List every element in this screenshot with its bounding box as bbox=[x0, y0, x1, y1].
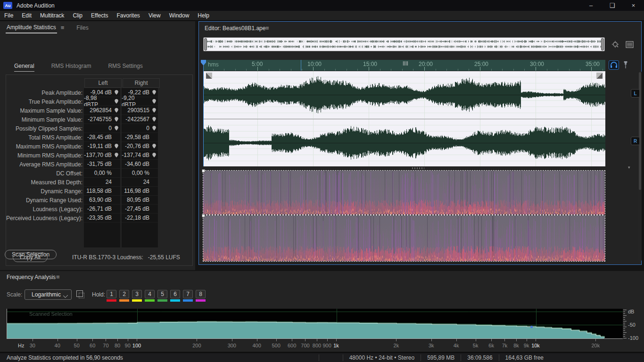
close-button[interactable]: × bbox=[623, 0, 644, 11]
pin-marker-icon[interactable] bbox=[115, 126, 118, 131]
x-axis-label: 300 bbox=[228, 343, 236, 348]
menu-clip[interactable]: Clip bbox=[68, 11, 87, 20]
tab-files[interactable]: Files bbox=[76, 25, 88, 31]
maximize-button[interactable]: ❑ bbox=[602, 0, 623, 11]
menu-file[interactable]: File bbox=[0, 11, 17, 20]
hold-button-5-face[interactable]: 5 bbox=[157, 290, 167, 298]
hold-button-8-face[interactable]: 8 bbox=[196, 290, 206, 298]
menu-view[interactable]: View bbox=[144, 11, 165, 20]
selection-handle[interactable] bbox=[202, 169, 205, 173]
pin-marker-icon[interactable] bbox=[115, 90, 118, 95]
editor-panel-menu-icon[interactable]: ≡ bbox=[265, 25, 269, 32]
right-channel-button[interactable]: R bbox=[631, 137, 640, 145]
headphones-icon[interactable] bbox=[609, 60, 619, 70]
display-settings-icon[interactable] bbox=[626, 41, 634, 48]
pin-marker-icon[interactable] bbox=[152, 144, 156, 148]
y-axis-label: -50 bbox=[628, 322, 636, 328]
audition-app-icon: Au bbox=[3, 2, 12, 9]
frequency-plot[interactable] bbox=[7, 309, 623, 339]
itu-loudness-value: ITU-R BS.1770-3 Loudness: -25,55 LUFS bbox=[72, 254, 180, 261]
stat-value-cell: -34,60 dB bbox=[122, 160, 158, 169]
hold-button-6-face[interactable]: 6 bbox=[170, 290, 180, 298]
waveform-display[interactable] bbox=[203, 71, 605, 166]
pin-marker-icon[interactable] bbox=[152, 90, 156, 95]
column-header-right: Right bbox=[123, 78, 160, 88]
overview-waveform[interactable] bbox=[204, 38, 604, 51]
menu-effects[interactable]: Effects bbox=[87, 11, 112, 20]
timeline-tick bbox=[458, 69, 458, 71]
hold-button-1-face[interactable]: 1 bbox=[107, 290, 116, 298]
timeline-tick bbox=[291, 69, 291, 71]
menu-multitrack[interactable]: Multitrack bbox=[36, 11, 68, 20]
hold-color-swatch bbox=[145, 299, 155, 302]
pin-marker-icon[interactable] bbox=[115, 108, 118, 113]
scan-selection-button[interactable]: Scan Selection bbox=[5, 250, 57, 259]
pin-icon[interactable] bbox=[622, 61, 629, 69]
timeline-tick bbox=[424, 67, 425, 71]
left-channel-button[interactable]: L bbox=[631, 89, 640, 98]
tab-amplitude-statistics[interactable]: Amplitude Statistics bbox=[6, 22, 57, 33]
pin-marker-icon[interactable] bbox=[152, 126, 156, 131]
zoom-navigate-icon[interactable] bbox=[611, 40, 620, 49]
waveform-left-channel[interactable] bbox=[203, 71, 605, 118]
panel-menu-icon[interactable]: ≡ bbox=[61, 24, 65, 31]
y-axis-label: dB bbox=[628, 309, 634, 314]
timeline-tick bbox=[436, 69, 436, 71]
pin-marker-icon[interactable] bbox=[115, 99, 118, 104]
hold-button-4-face[interactable]: 4 bbox=[145, 290, 155, 298]
pin-marker-icon[interactable] bbox=[115, 153, 118, 157]
overview-navigator[interactable] bbox=[203, 37, 605, 51]
collapse-arrow-icon[interactable]: ▾ bbox=[628, 165, 630, 170]
pin-marker-icon[interactable] bbox=[115, 117, 118, 122]
stat-label: Total RMS Amplitude: bbox=[6, 134, 83, 141]
scale-label: Scale: bbox=[7, 291, 22, 298]
stats-column-headers: Left Right bbox=[84, 78, 160, 88]
overview-right-handle[interactable] bbox=[601, 38, 604, 50]
pin-marker-icon[interactable] bbox=[152, 99, 156, 104]
hold-color-swatch bbox=[132, 299, 142, 302]
snapshot-icon[interactable] bbox=[76, 290, 83, 297]
table-row: Possibly Clipped Samples:00 bbox=[6, 124, 191, 133]
vertical-scrollbar[interactable] bbox=[638, 71, 642, 261]
frequency-plot-canvas[interactable] bbox=[7, 309, 623, 338]
spectrogram-left-channel[interactable] bbox=[203, 171, 605, 214]
timeline-ruler[interactable]: hms 5:0010:0015:0020:0025:0030:0035:00 bbox=[203, 60, 605, 71]
editor-tab[interactable]: Editor: Beatles08B1.ape bbox=[205, 25, 265, 32]
spectral-display[interactable] bbox=[203, 171, 605, 261]
display-split-grip[interactable] bbox=[412, 167, 424, 169]
hold-button-7-face[interactable]: 7 bbox=[183, 290, 193, 298]
menu-edit[interactable]: Edit bbox=[17, 11, 36, 20]
hold-color-swatch bbox=[196, 299, 206, 302]
menu-favorites[interactable]: Favorites bbox=[113, 11, 144, 20]
hold-button-3-face[interactable]: 3 bbox=[132, 290, 142, 298]
table-row: Maximum Sample Value:29628542903515 bbox=[6, 106, 191, 115]
fade-handle-left-icon[interactable] bbox=[206, 73, 212, 79]
timeline-label: 35:00 bbox=[586, 61, 600, 67]
scale-dropdown[interactable]: Logarithmic bbox=[25, 289, 72, 300]
spectrogram-right-channel[interactable] bbox=[203, 216, 605, 261]
overview-left-handle[interactable] bbox=[204, 38, 207, 50]
waveform-right-channel[interactable] bbox=[203, 119, 605, 166]
tab-rms-settings[interactable]: RMS Settings bbox=[108, 63, 142, 72]
stat-label: Possibly Clipped Samples: bbox=[6, 125, 83, 132]
timeline-markers[interactable] bbox=[403, 61, 408, 66]
pin-marker-icon[interactable] bbox=[152, 153, 156, 157]
tab-frequency-analysis[interactable]: Frequency Analysis bbox=[7, 274, 56, 280]
pin-marker-icon[interactable] bbox=[152, 117, 156, 122]
tab-general[interactable]: General bbox=[14, 63, 34, 72]
playhead-line[interactable] bbox=[203, 60, 204, 166]
tab-rms-histogram[interactable]: RMS Histogram bbox=[51, 63, 91, 72]
menu-help[interactable]: Help bbox=[193, 11, 214, 20]
hold-button-5: 5 bbox=[157, 290, 167, 302]
fade-handle-right-icon[interactable] bbox=[596, 73, 603, 79]
timeline-tick bbox=[324, 69, 325, 71]
minimize-button[interactable]: – bbox=[580, 0, 602, 11]
pin-marker-icon[interactable] bbox=[152, 108, 156, 113]
pin-marker-icon[interactable] bbox=[115, 144, 118, 148]
menu-window[interactable]: Window bbox=[165, 11, 194, 20]
x-axis-tick bbox=[305, 339, 305, 341]
stat-value-cell: -22,18 dB bbox=[122, 214, 158, 222]
selection-handle[interactable] bbox=[202, 214, 205, 217]
frequency-panel-menu-icon[interactable]: ≡ bbox=[56, 273, 60, 280]
hold-button-2-face[interactable]: 2 bbox=[119, 290, 129, 298]
